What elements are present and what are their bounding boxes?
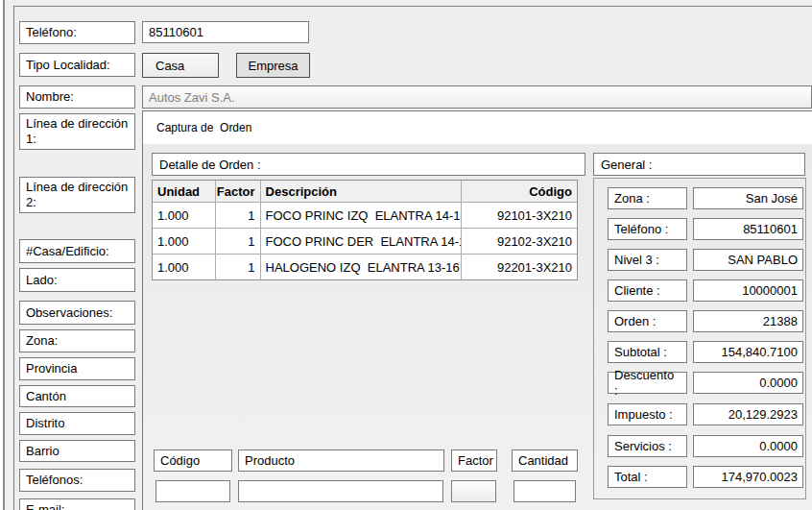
observaciones-label: Observaciones: — [19, 301, 135, 325]
nombre-input — [142, 85, 812, 109]
cell-descripcion: FOCO PRINC DER ELANTRA 14-16 ( — [260, 229, 461, 254]
linea-direccion1-label: Línea de dirección 1: — [19, 113, 135, 150]
general-servicios-label: Servicios : — [608, 435, 687, 457]
general-cliente-value: 10000001 — [693, 279, 803, 302]
general-subtotal-label: Subtotal : — [608, 341, 687, 363]
general-subtotal-value: 154,840.7100 — [693, 341, 803, 363]
cantidad-input[interactable] — [513, 480, 576, 502]
detalle-orden-header: Detalle de Orden : — [152, 153, 585, 176]
window-edge-line — [3, 0, 5, 510]
canton-label: Cantón — [19, 385, 135, 407]
codigo-input[interactable] — [155, 480, 230, 502]
empresa-button[interactable]: Empresa — [236, 53, 310, 78]
general-total-value: 174,970.0023 — [693, 466, 803, 488]
general-orden-value: 21388 — [693, 310, 803, 332]
cell-factor: 1 — [215, 255, 260, 279]
general-servicios-value: 0.0000 — [693, 435, 803, 457]
cantidad-entry-label: Cantidad — [512, 449, 578, 472]
general-header: General : — [593, 153, 805, 176]
cell-codigo: 92102-3X210 — [461, 229, 577, 254]
general-cliente-label: Cliente : — [608, 279, 687, 302]
lado-label: Lado: — [19, 268, 135, 292]
table-row[interactable]: 1.000 1 FOCO PRINC DER ELANTRA 14-16 ( 9… — [153, 228, 577, 254]
casa-button[interactable]: Casa — [142, 53, 219, 78]
general-nivel3-value: SAN PABLO — [693, 249, 803, 271]
general-telefono-value: 85110601 — [693, 218, 803, 240]
general-descuento-label: Descuento : — [608, 372, 687, 394]
table-row[interactable]: 1.000 1 FOCO PRINC IZQ ELANTRA 14-16 ( 9… — [153, 202, 577, 228]
telefono-input[interactable] — [142, 21, 309, 43]
cell-descripcion: FOCO PRINC IZQ ELANTRA 14-16 ( — [260, 203, 461, 228]
general-impuesto-label: Impuesto : — [608, 403, 687, 425]
cell-factor: 1 — [215, 203, 260, 228]
producto-entry-label: Producto — [238, 449, 444, 472]
general-orden-label: Orden : — [608, 310, 687, 332]
tipo-localidad-label: Tipo Localidad: — [19, 53, 135, 77]
general-telefono-label: Teléfono : — [608, 218, 687, 240]
zona-label: Zona: — [19, 329, 135, 352]
table-header-row: Unidad Factor Descripción Código — [153, 181, 577, 202]
detalle-orden-table: Unidad Factor Descripción Código 1.000 1… — [152, 180, 578, 280]
telefono-label: Teléfono: — [19, 21, 135, 44]
distrito-label: Distrito — [19, 412, 135, 435]
cell-unidad: 1.000 — [153, 203, 215, 228]
cell-descripcion: HALOGENO IZQ ELANTRA 13-16 — [260, 255, 461, 279]
col-header-codigo: Código — [461, 181, 577, 202]
codigo-entry-label: Código — [154, 449, 232, 472]
barrio-label: Barrio — [19, 440, 135, 462]
col-header-factor: Factor — [215, 181, 260, 202]
general-impuesto-value: 20,129.2923 — [693, 403, 803, 425]
general-zona-value: San José — [693, 187, 803, 209]
telefonos-label: Teléfonos: — [19, 469, 135, 492]
factor-entry-label: Factor — [451, 449, 497, 472]
general-total-label: Total : — [608, 466, 687, 488]
factor-input — [451, 480, 496, 502]
linea-direccion2-label: Línea de dirección 2: — [19, 177, 135, 213]
casa-edificio-label: #Casa/Edificio: — [19, 239, 135, 263]
cell-unidad: 1.000 — [153, 255, 215, 279]
general-nivel3-label: Nivel 3 : — [608, 249, 687, 271]
general-descuento-value: 0.0000 — [693, 372, 803, 394]
producto-input[interactable] — [238, 480, 443, 502]
cell-codigo: 92101-3X210 — [461, 203, 577, 228]
panel-title: Captura de Orden — [143, 111, 812, 144]
col-header-descripcion: Descripción — [260, 181, 461, 202]
cell-codigo: 92201-3X210 — [461, 255, 577, 279]
provincia-label: Provincia — [19, 357, 135, 380]
cell-factor: 1 — [215, 229, 260, 254]
col-header-unidad: Unidad — [153, 181, 215, 202]
table-row[interactable]: 1.000 1 HALOGENO IZQ ELANTRA 13-16 92201… — [153, 254, 577, 279]
cell-unidad: 1.000 — [153, 229, 215, 254]
general-zona-label: Zona : — [608, 187, 687, 209]
email-label: E-mail: — [19, 498, 135, 510]
nombre-label: Nombre: — [19, 85, 135, 109]
